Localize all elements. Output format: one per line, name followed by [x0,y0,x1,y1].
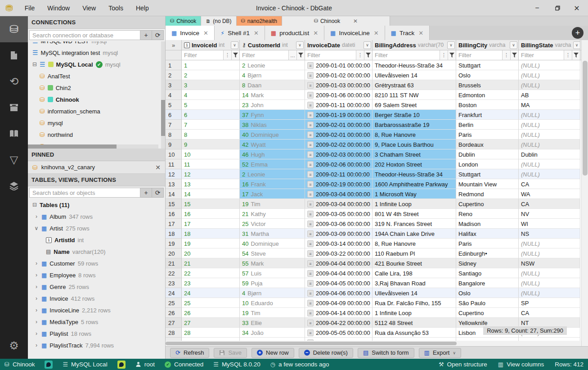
cell-billingstate[interactable]: (NULL) [519,80,580,90]
row-number-cell[interactable]: 6 [166,110,182,120]
rail-item-archive[interactable] [0,95,28,121]
row-number-cell[interactable]: 19 [166,239,182,248]
hscroll-thumb[interactable] [28,144,117,149]
cell-billingcity[interactable]: Dublin [456,149,519,159]
cell-billingcity[interactable]: São Paulo [456,298,519,308]
cell-invoiceid[interactable]: 9 [182,140,240,149]
cell-billingstate[interactable]: NSW [519,258,580,268]
expand-icon[interactable]: › [34,342,39,348]
cell-invoiceid[interactable]: 28 [182,328,240,338]
refresh-button[interactable]: ⟳Refresh [170,348,209,358]
filter-funnel-button[interactable] [510,50,518,60]
cell-customerid[interactable]: 40Dominique [240,130,305,140]
cell-customerid[interactable]: 52Emma [240,159,305,169]
db-tab[interactable]: ⛁Chinook✕ [282,16,390,26]
cell-customerid[interactable]: 14Mark [240,90,305,100]
cell-billingstate[interactable]: (NULL) [519,268,580,278]
cell-billingaddress[interactable]: Theodor-Heuss-Straße 34 [373,60,456,70]
table-item[interactable]: ›▦InvoiceLine2,212 rows [28,304,165,316]
row-number-cell[interactable]: 11 [166,159,182,169]
row-number-cell[interactable]: 22 [166,268,182,278]
cell-invoiceid[interactable]: 17 [182,219,240,229]
edit-cell-icon[interactable]: ≡ [307,329,314,336]
filter-input[interactable]: Filter [519,50,564,60]
cell-customerid[interactable]: 38Niklas [240,120,305,130]
expand-icon[interactable]: › [34,319,39,325]
table-item[interactable]: ›▦PlaylistTrack7,994 rows [28,339,165,351]
cell-billingcity[interactable]: Edmonton [456,90,519,100]
cell-billingaddress[interactable]: 3,Raj Bhavan Road [373,278,456,288]
close-tab-icon[interactable]: ✕ [353,18,358,24]
cell-billingcity[interactable]: Santiago [456,268,519,278]
edit-cell-icon[interactable]: ≡ [307,201,314,208]
cell-billingaddress[interactable]: 194A Chain Lake Drive [373,229,456,239]
cell-billingaddress[interactable]: Tauentzienstraße 8 [373,338,456,341]
rail-item-layers[interactable] [0,173,28,199]
cell-customerid[interactable]: 46Hugh [240,149,305,159]
tables-search-input[interactable] [29,188,140,198]
db-tab[interactable]: 🗎(no DB) [201,16,236,26]
cell-invoicedate[interactable]: ≡2009-02-01 00:00:00 [305,130,373,140]
filter-menu-button[interactable]: ⋮ [564,50,572,60]
cell-invoicedate[interactable]: ≡2009-03-04 00:00:00 [305,199,373,209]
row-number-cell[interactable]: 9 [166,140,182,149]
cell-billingaddress[interactable]: 110 Raeburn Pl [373,248,456,258]
switch-to-form-button[interactable]: ▤Switch to form [358,348,414,358]
row-number-cell[interactable]: 28 [166,328,182,338]
cell-invoicedate[interactable]: ≡2009-04-22 00:00:00 [305,318,373,328]
cell-invoiceid[interactable]: 4 [182,90,240,100]
cell-invoicedate[interactable]: ≡2009-05-05 00:00:00 [305,328,373,338]
edit-cell-icon[interactable]: ≡ [307,250,314,257]
row-number-cell[interactable]: 5 [166,100,182,110]
table-item[interactable]: ›▦Employee8 rows [28,269,165,281]
badge-status[interactable] [45,361,53,369]
expand-icon[interactable]: › [34,307,39,313]
row-number-cell[interactable]: 1 [166,60,182,70]
filter-menu-button[interactable]: ⋮ [356,50,364,60]
cell-billingcity[interactable]: Frankfurt [456,110,519,120]
cell-billingcity[interactable]: Bangalore [456,278,519,288]
cell-billingcity[interactable]: Berlin [456,120,519,130]
cell-billingcity[interactable]: Boston [456,100,519,110]
edit-cell-icon[interactable]: ≡ [307,211,314,217]
column-header-BillingAddress[interactable]: BillingAddressvarchar(70∨ [373,40,456,50]
row-number-cell[interactable]: 21 [166,258,182,268]
column-menu-button[interactable]: ∨ [364,41,371,49]
collapse-icon[interactable]: ⊟ [32,202,37,208]
connection-item[interactable]: ⛁information_schema [28,105,165,117]
cell-billingaddress[interactable]: Ullevålsveien 14 [373,70,456,80]
filter-input[interactable]: Filter [373,50,440,60]
edit-cell-icon[interactable]: ≡ [307,92,314,99]
filter-menu-button[interactable]: ⋮ [440,50,448,60]
cell-billingcity[interactable]: Sidney [456,258,519,268]
cell-billingstate[interactable]: CA [519,199,580,209]
cell-billingstate[interactable]: (NULL) [519,248,580,258]
cell-customerid[interactable]: 59Puja [240,278,305,288]
hscroll-thumb[interactable] [166,342,457,345]
cell-invoiceid[interactable]: 27 [182,318,240,328]
filter-funnel-button[interactable] [572,50,580,60]
cell-billingaddress[interactable]: 5112 48 Street [373,318,456,328]
edit-cell-icon[interactable]: ≡ [307,290,314,297]
pinned-item[interactable]: ⛁ knihovna_v2_canary ✕ [28,161,165,174]
cell-billingstate[interactable]: (NULL) [519,159,580,169]
cell-invoicedate[interactable]: ≡2009-03-09 00:00:00 [305,229,373,239]
cell-customerid[interactable]: 57Luis [240,268,305,278]
edit-cell-icon[interactable]: ≡ [307,161,314,168]
tab-productlist[interactable]: ▦productList✕ [265,26,324,40]
cell-invoicedate[interactable]: ≡2009-04-04 00:00:00 [305,258,373,268]
cell-billingcity[interactable]: Cupertino [456,199,519,209]
close-button[interactable]: ✕ [573,4,581,12]
export-button[interactable]: ▥Export∨ [419,348,461,358]
cell-billingstate[interactable]: (NULL) [519,110,580,120]
cell-invoicedate[interactable]: ≡2009-02-01 00:00:00 [305,120,373,130]
grid-corner-cell[interactable]: » [166,40,182,50]
table-item[interactable]: ›▦Album347 rows [28,211,165,222]
column-menu-button[interactable]: ∨ [573,41,580,49]
column-menu-button[interactable]: ∨ [296,41,304,49]
rail-item-file[interactable] [0,42,28,68]
filter-funnel-button[interactable] [231,50,239,60]
cell-customerid[interactable]: 42Wyatt [240,140,305,149]
chinook-status[interactable]: ⛁Chinook [4,361,35,368]
cell-customerid[interactable]: 25Victor [240,219,305,229]
